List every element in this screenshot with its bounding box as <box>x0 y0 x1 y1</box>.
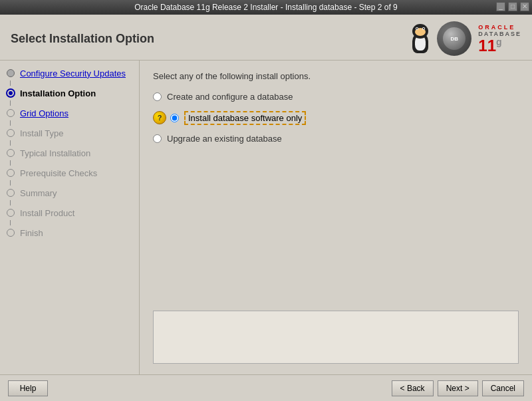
connector-1 <box>10 80 11 86</box>
label-create-configure: Create and configure a database <box>167 92 293 102</box>
sidebar-label-typical-installation: Typical Installation <box>20 148 90 158</box>
connector-2 <box>10 100 11 106</box>
connector-3 <box>10 120 11 126</box>
sidebar-item-install-type: Install Type <box>0 126 139 140</box>
footer-right: < Back Next > Cancel <box>392 380 524 396</box>
oracle-logo: DB ORACLE DATABASE 11g <box>409 21 521 56</box>
page-title: Select Installation Option <box>11 32 154 46</box>
sidebar-item-summary: Summary <box>0 186 139 200</box>
radio-install-software-only[interactable] <box>170 114 179 122</box>
label-install-software-only: Install database software only <box>184 113 306 123</box>
sidebar-item-finish: Finish <box>0 225 139 240</box>
step-indicator-7 <box>5 188 16 198</box>
radio-create-configure[interactable] <box>153 92 162 101</box>
connector-5 <box>10 160 11 166</box>
sidebar-item-prerequisite-checks: Prerequisite Checks <box>0 166 139 180</box>
sidebar-label-configure-security-updates: Configure Security Updates <box>20 68 126 78</box>
help-button[interactable]: Help <box>8 380 48 396</box>
selected-option-highlight: Install database software only <box>184 111 306 125</box>
back-button[interactable]: < Back <box>392 380 434 396</box>
sidebar-label-installation-option: Installation Option <box>20 88 96 98</box>
step-indicator-5 <box>5 148 16 158</box>
window-title: Oracle Database 11g Release 2 Installer … <box>5 3 527 12</box>
option-upgrade-existing[interactable]: Upgrade an existing database <box>153 134 519 144</box>
connector-6 <box>10 180 11 186</box>
info-box <box>153 311 519 364</box>
step-indicator-2 <box>5 88 16 98</box>
window-controls[interactable]: _ □ ✕ <box>496 2 529 11</box>
sidebar-item-install-product: Install Product <box>0 205 139 220</box>
minimize-button[interactable]: _ <box>496 2 505 11</box>
sidebar-label-grid-options: Grid Options <box>20 108 68 118</box>
sidebar-label-install-type: Install Type <box>20 128 64 138</box>
sidebar-label-finish: Finish <box>20 228 43 238</box>
panel-description: Select any of the following install opti… <box>153 71 519 81</box>
connector-4 <box>10 140 11 146</box>
header-area: Select Installation Option <box>0 15 532 61</box>
next-button[interactable]: Next > <box>438 380 478 396</box>
option-install-software-only[interactable]: ? Install database software only <box>153 111 519 124</box>
sidebar-label-summary: Summary <box>20 188 57 198</box>
sidebar-item-grid-options[interactable]: Grid Options <box>0 106 139 120</box>
connector-7 <box>10 200 11 205</box>
sidebar-item-installation-option: Installation Option <box>0 86 139 100</box>
sidebar-label-prerequisite-checks: Prerequisite Checks <box>20 168 97 178</box>
hint-icon: ? <box>153 111 166 124</box>
sidebar-item-configure-security-updates[interactable]: Configure Security Updates <box>0 66 139 80</box>
sidebar-label-install-product: Install Product <box>20 208 74 218</box>
connector-8 <box>10 220 11 225</box>
version-label: 11g <box>478 37 501 54</box>
sidebar-item-typical-installation: Typical Installation <box>0 146 139 160</box>
sidebar: Configure Security Updates Installation … <box>0 61 140 374</box>
label-upgrade-existing: Upgrade an existing database <box>167 134 282 144</box>
footer-left: Help <box>8 380 48 396</box>
maximize-button[interactable]: □ <box>508 2 517 11</box>
step-indicator-9 <box>5 227 16 238</box>
footer: Help < Back Next > Cancel <box>0 374 532 401</box>
oracle-brand-text: ORACLE <box>478 24 515 31</box>
radio-upgrade-existing[interactable] <box>153 134 162 143</box>
cancel-button[interactable]: Cancel <box>482 380 524 396</box>
title-bar: Oracle Database 11g Release 2 Installer … <box>0 0 532 15</box>
option-create-configure[interactable]: Create and configure a database <box>153 92 519 102</box>
step-indicator-4 <box>5 128 16 138</box>
step-indicator-3 <box>5 108 16 118</box>
close-button[interactable]: ✕ <box>520 2 529 11</box>
step-indicator-6 <box>5 168 16 178</box>
step-indicator-8 <box>5 207 16 218</box>
main-panel: Select any of the following install opti… <box>140 61 532 374</box>
step-indicator-1 <box>5 68 16 78</box>
